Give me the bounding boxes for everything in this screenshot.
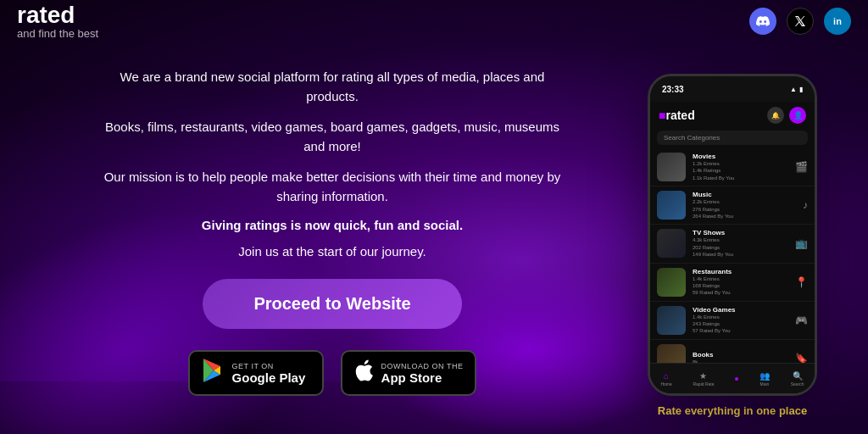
app-store-large-text: App Store [381, 370, 464, 385]
main-nav-icon: 👥 [760, 371, 770, 381]
category-thumb [657, 268, 686, 297]
category-name: TV Shows [693, 229, 795, 236]
google-play-button[interactable]: GET IT ON Google Play [188, 350, 324, 396]
tagline-1: Giving ratings is now quick, fun and soc… [102, 218, 563, 232]
phone-bottom-nav: ⌂ Home ★ Rapid Rate 👥 Main [650, 363, 815, 393]
app-store-small-text: Download on the [381, 362, 464, 370]
phone-category-item: Video Games 1.4k Entries243 Ratings57 Ra… [650, 302, 815, 340]
category-stats: 1.4k Entries243 Ratings57 Rated By You [693, 314, 795, 335]
battery-icon: ▮ [799, 86, 803, 93]
category-stats: 2.2k Entries276 Ratings264 Rated By You [693, 198, 803, 220]
phone-categories: Movies 1.2k Entries1.4k Ratings1.1k Rate… [650, 148, 815, 378]
rapid-rate-nav-icon: ★ [699, 371, 707, 381]
phone-logo: ■rated [659, 108, 695, 122]
phone-category-item: Restaurants 1.4k Entries168 Ratings59 Ra… [650, 264, 815, 302]
category-icon: 📍 [795, 276, 808, 288]
nav-center-dot [735, 377, 738, 381]
proceed-button[interactable]: Proceed to Website [203, 279, 461, 329]
phone-header-icons: 🔔 👤 [767, 107, 806, 124]
left-content: We are a brand new social platform for r… [0, 51, 597, 434]
wifi-icon: ▲ [790, 86, 797, 93]
phone-category-item: TV Shows 4.3k Entries202 Ratings149 Rate… [650, 225, 815, 263]
category-thumb [657, 153, 686, 181]
category-icon: 🎮 [795, 314, 808, 326]
phone-notification-icon: 🔔 [767, 107, 784, 124]
category-icon: 🎬 [795, 161, 808, 173]
store-buttons: GET IT ON Google Play Download on the Ap… [188, 350, 477, 396]
nav-home: ⌂ Home [660, 371, 671, 387]
logo-title: rated [17, 3, 98, 27]
description-2: Books, films, restaurants, video games, … [102, 118, 563, 156]
rate-tagline: Rate everything in one place [658, 404, 807, 417]
category-info: TV Shows 4.3k Entries202 Ratings149 Rate… [693, 229, 795, 258]
category-thumb [657, 306, 686, 335]
phone-mockup: 23:33 ▲ ▮ ■rated 🔔 👤 [648, 74, 817, 396]
description-3: Our mission is to help people make bette… [102, 168, 563, 206]
category-icon: ♪ [803, 199, 808, 211]
apple-icon [354, 359, 373, 387]
phone-category-item: Music 2.2k Entries276 Ratings264 Rated B… [650, 186, 815, 225]
phone-time: 23:33 [662, 85, 684, 94]
phone-status: ▲ ▮ [790, 86, 803, 93]
google-play-icon [202, 359, 224, 387]
tagline-2: Join us at the start of our journey. [102, 244, 563, 259]
search-nav-icon: 🔍 [793, 371, 803, 381]
linkedin-icon[interactable]: in [824, 8, 851, 35]
category-thumb [657, 229, 686, 258]
phone-avatar: 👤 [789, 107, 806, 124]
x-twitter-icon[interactable] [787, 8, 814, 35]
topbar: rated and find the best in [0, 0, 868, 42]
category-info: Music 2.2k Entries276 Ratings264 Rated B… [693, 191, 803, 220]
nav-main: 👥 Main [760, 371, 770, 387]
google-play-text: GET IT ON Google Play [232, 362, 306, 385]
category-info: Restaurants 1.4k Entries168 Ratings59 Ra… [693, 268, 795, 297]
category-name: Books [693, 351, 795, 359]
category-icon: 📺 [795, 237, 808, 249]
nav-search: 🔍 Search [791, 371, 804, 387]
category-thumb [657, 191, 686, 220]
app-store-text: Download on the App Store [381, 362, 464, 385]
category-name: Music [693, 191, 803, 198]
phone-category-item: Movies 1.2k Entries1.4k Ratings1.1k Rate… [650, 148, 815, 186]
google-play-large-text: Google Play [232, 370, 306, 385]
phone-notch-bar: 23:33 ▲ ▮ [650, 76, 815, 102]
home-nav-icon: ⌂ [664, 371, 669, 381]
category-stats: 1.2k Entries1.4k Ratings1.1k Rated By Yo… [693, 160, 795, 181]
category-info: Video Games 1.4k Entries243 Ratings57 Ra… [693, 306, 795, 335]
category-stats: 1.4k Entries168 Ratings59 Rated By You [693, 275, 795, 297]
google-play-small-text: GET IT ON [232, 362, 306, 370]
phone-app-header: ■rated 🔔 👤 [650, 102, 815, 129]
category-info: Movies 1.2k Entries1.4k Ratings1.1k Rate… [693, 153, 795, 181]
description-1: We are a brand new social platform for r… [102, 68, 563, 106]
phone-search-bar: Search Categories [657, 131, 808, 145]
nav-rapid-rate: ★ Rapid Rate [693, 371, 714, 387]
category-name: Movies [693, 153, 795, 160]
discord-icon[interactable] [749, 8, 776, 35]
category-name: Video Games [693, 306, 795, 314]
nav-center [735, 376, 738, 381]
phone-mockup-area: 23:33 ▲ ▮ ■rated 🔔 👤 [597, 51, 868, 434]
logo-area: rated and find the best [17, 3, 98, 40]
category-name: Restaurants [693, 268, 795, 275]
logo-subtitle: and find the best [17, 27, 98, 40]
social-icons: in [749, 8, 851, 35]
phone-screen: ■rated 🔔 👤 Search Categories Movies 1.2k… [650, 102, 815, 393]
main-content: We are a brand new social platform for r… [0, 51, 868, 434]
category-stats: 4.3k Entries202 Ratings149 Rated By You [693, 236, 795, 258]
app-store-button[interactable]: Download on the App Store [341, 350, 477, 396]
